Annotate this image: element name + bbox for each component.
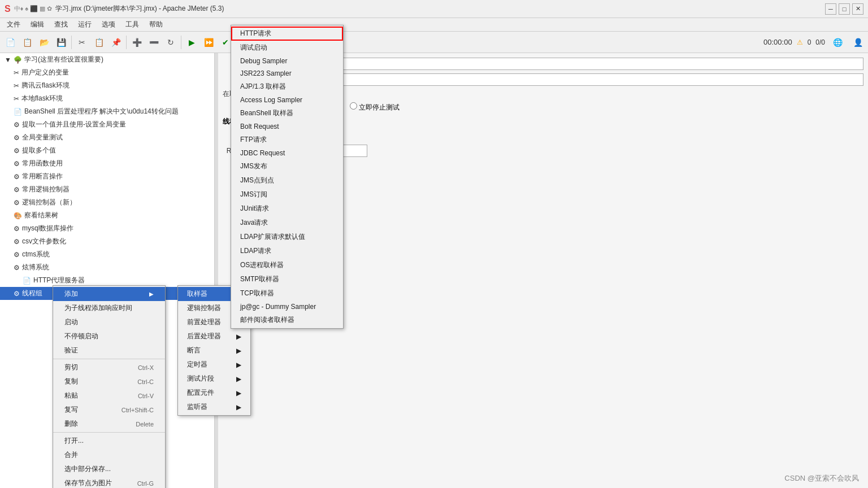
sampler-debug-start[interactable]: 调试启动: [231, 41, 343, 55]
ctx-start-no-pause-label: 不停顿启动: [64, 332, 98, 341]
toolbar-paste[interactable]: 📌: [108, 34, 124, 50]
tree-item-csv[interactable]: ⚙ csv文件参数化: [0, 235, 214, 248]
ctx-open[interactable]: 打开...: [53, 434, 165, 448]
tree-item-user-vars[interactable]: ✂ 用户定义的变量: [0, 66, 214, 79]
toolbar-user[interactable]: 👤: [850, 34, 866, 50]
ctx-add[interactable]: 添加 ▶: [53, 287, 165, 301]
ctx-delete-label: 删除: [64, 419, 78, 429]
tree-item-common-assertions[interactable]: ⚙ 常用断言操作: [0, 170, 214, 183]
menu-run[interactable]: 运行: [73, 19, 96, 30]
tree-item-mysql[interactable]: ⚙ mysql数据库操作: [0, 222, 214, 235]
add-test-fragment-arrow: ▶: [236, 375, 241, 383]
ctx-add-response-time[interactable]: 为子线程添加响应时间: [53, 301, 165, 315]
sampler-ldap[interactable]: LDAP请求: [231, 244, 343, 258]
toolbar-start[interactable]: ▶: [184, 34, 199, 50]
sampler-http[interactable]: HTTP请求: [231, 27, 343, 41]
sampler-jms-publish[interactable]: JMS发布: [231, 159, 343, 173]
menu-file[interactable]: 文件: [2, 19, 25, 30]
sampler-jsr223[interactable]: JSR223 Sampler: [231, 67, 343, 80]
add-listener-arrow: ▶: [236, 403, 241, 411]
tree-item-result-tree[interactable]: 🎨 察看结果树: [0, 209, 214, 222]
sampler-ajp-label: AJP/1.3 取样器: [240, 82, 286, 91]
tree-item-beanshell-post[interactable]: 📄 BeanShell 后置处理程序 解决中文\u0du14转化问题: [0, 105, 214, 118]
toolbar-global[interactable]: 🌐: [830, 34, 845, 50]
add-pre-processor-label: 前置处理器: [187, 317, 221, 327]
sampler-bolt[interactable]: Bolt Request: [231, 120, 343, 133]
add-config-item[interactable]: 配置元件 ▶: [178, 386, 250, 400]
sampler-jms-subscribe[interactable]: JMS订阅: [231, 188, 343, 202]
tree-item-local-flask[interactable]: ✂ 本地flask环境: [0, 92, 214, 105]
ctx-delete[interactable]: 删除 Delete: [53, 417, 165, 431]
sampler-ftp[interactable]: FTP请求: [231, 133, 343, 147]
toolbar-start-no-pause[interactable]: ⏩: [201, 34, 216, 50]
toolbar-open[interactable]: 📂: [36, 34, 52, 50]
menu-help[interactable]: 帮助: [145, 19, 167, 30]
minimize-button[interactable]: ─: [825, 3, 836, 15]
ctx-paste[interactable]: 粘贴 Ctrl-V: [53, 389, 165, 403]
ctx-start-no-pause[interactable]: 不停顿启动: [53, 329, 165, 343]
action-stop-immediately[interactable]: 立即停止测试: [350, 102, 400, 112]
sampler-smtp[interactable]: SMTP取样器: [231, 272, 343, 286]
ctx-start[interactable]: 启动: [53, 315, 165, 329]
tree-icon-extract-multi: ⚙: [14, 147, 20, 155]
sampler-beanshell[interactable]: BeanShell 取样器: [231, 106, 343, 120]
tree-label-beanshell-post: BeanShell 后置处理程序 解决中文\u0du14转化问题: [24, 107, 179, 116]
comment-input[interactable]: [271, 73, 863, 86]
tree-item-xuanbo[interactable]: ⚙ 炫博系统: [0, 261, 214, 274]
toolbar-copy[interactable]: 📋: [91, 34, 107, 50]
sampler-junit[interactable]: JUnit请求: [231, 202, 343, 216]
ctx-save-as-image[interactable]: 保存节点为图片 Ctrl-G: [53, 476, 165, 488]
window-title: 学习.jmx (D:\jmeter脚本\学习.jmx) - Apache JMe…: [55, 4, 224, 14]
add-listener-item[interactable]: 监听器 ▶: [178, 400, 250, 414]
ctx-merge[interactable]: 合并: [53, 448, 165, 462]
sampler-ldap-ext[interactable]: LDAP扩展请求默认值: [231, 230, 343, 244]
sampler-jms-point[interactable]: JMS点到点: [231, 173, 343, 188]
toolbar-expand[interactable]: ➕: [129, 34, 145, 50]
add-assertion-item[interactable]: 断言 ▶: [178, 343, 250, 358]
tree-root[interactable]: ▼ 🌳 学习(这里有些设置很重要): [0, 53, 214, 66]
sampler-access-log[interactable]: Access Log Sampler: [231, 94, 343, 106]
toolbar-templates[interactable]: 📋: [19, 34, 35, 50]
add-timer-item[interactable]: 定时器 ▶: [178, 358, 250, 372]
toolbar-cut[interactable]: ✂: [74, 34, 90, 50]
ctx-save-selection[interactable]: 选中部分保存...: [53, 462, 165, 476]
ctx-duplicate[interactable]: 复写 Ctrl+Shift-C: [53, 403, 165, 417]
tree-icon-common-logic: ⚙: [14, 186, 20, 194]
tree-item-extract-multi[interactable]: ⚙ 提取多个值: [0, 144, 214, 157]
sampler-ajp[interactable]: AJP/1.3 取样器: [231, 80, 343, 94]
toolbar-new[interactable]: 📄: [2, 34, 18, 50]
sampler-mail-reader[interactable]: 邮件阅读者取样器: [231, 313, 343, 327]
menu-options[interactable]: 选项: [97, 19, 120, 30]
close-button[interactable]: ✕: [852, 3, 863, 15]
add-post-processor-item[interactable]: 后置处理器 ▶: [178, 329, 250, 343]
name-input[interactable]: [271, 58, 863, 70]
sampler-java[interactable]: Java请求: [231, 216, 343, 230]
tree-item-common-functions[interactable]: ⚙ 常用函数使用: [0, 157, 214, 170]
sampler-debug-start-label: 调试启动: [240, 43, 267, 53]
sampler-tcp[interactable]: TCP取样器: [231, 286, 343, 300]
toolbar-save[interactable]: 💾: [53, 34, 69, 50]
menu-find[interactable]: 查找: [50, 19, 72, 30]
ctx-cut-label: 剪切: [64, 363, 78, 372]
sampler-jpgc-dummy[interactable]: jp@gc - Dummy Sampler: [231, 300, 343, 313]
sampler-debug[interactable]: Debug Sampler: [231, 55, 343, 67]
add-timer-arrow: ▶: [236, 361, 241, 369]
menu-tools[interactable]: 工具: [121, 19, 144, 30]
add-test-fragment-item[interactable]: 测试片段 ▶: [178, 372, 250, 386]
sampler-jdbc[interactable]: JDBC Request: [231, 147, 343, 159]
tree-item-tencent-flask[interactable]: ✂ 腾讯云flask环境: [0, 79, 214, 92]
tree-item-logic-new[interactable]: ⚙ 逻辑控制器（新）: [0, 196, 214, 209]
sampler-os-process[interactable]: OS进程取样器: [231, 258, 343, 272]
ctx-validate[interactable]: 验证: [53, 343, 165, 358]
tree-item-common-logic[interactable]: ⚙ 常用逻辑控制器: [0, 183, 214, 196]
menu-edit[interactable]: 编辑: [26, 19, 49, 30]
toolbar-toggle[interactable]: ↻: [163, 34, 179, 50]
maximize-button[interactable]: □: [839, 3, 850, 15]
toolbar-collapse[interactable]: ➖: [146, 34, 162, 50]
ctx-copy[interactable]: 复制 Ctrl-C: [53, 374, 165, 389]
ctx-cut[interactable]: 剪切 Ctrl-X: [53, 360, 165, 374]
add-sampler-label: 取样器: [187, 289, 207, 299]
tree-item-ctms[interactable]: ⚙ ctms系统: [0, 248, 214, 261]
tree-item-extract-global[interactable]: ⚙ 提取一个值并且使用-设置全局变量: [0, 118, 214, 131]
tree-item-global-test[interactable]: ⚙ 全局变量测试: [0, 131, 214, 144]
